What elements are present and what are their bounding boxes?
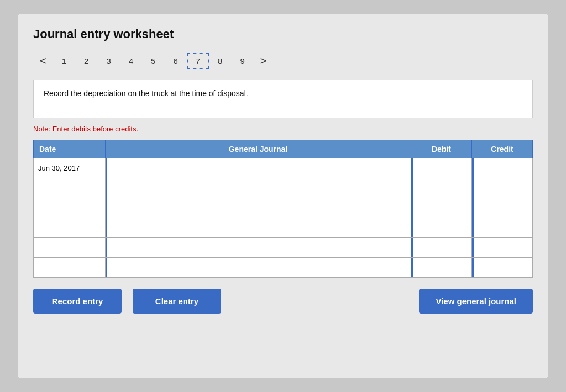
journal-input[interactable] <box>106 258 411 277</box>
credit-input[interactable] <box>472 158 532 178</box>
debit-input[interactable] <box>411 258 471 277</box>
page-6[interactable]: 6 <box>164 53 186 69</box>
debit-input[interactable] <box>411 238 471 257</box>
credit-input[interactable] <box>472 178 532 198</box>
debit-input[interactable] <box>411 178 471 198</box>
table-row <box>34 218 533 238</box>
credit-cell[interactable] <box>472 258 533 278</box>
view-general-journal-button[interactable]: View general journal <box>419 289 533 314</box>
page-title: Journal entry worksheet <box>33 27 533 41</box>
credit-input[interactable] <box>472 218 532 237</box>
journal-cell[interactable] <box>106 258 411 278</box>
debit-cell[interactable] <box>411 198 472 218</box>
table-row <box>34 258 533 278</box>
worksheet-container: Journal entry worksheet < 1 2 3 4 5 6 7 … <box>18 14 548 378</box>
journal-cell[interactable] <box>106 158 411 178</box>
page-2[interactable]: 2 <box>75 53 97 69</box>
journal-input[interactable] <box>106 238 411 257</box>
debit-cell[interactable] <box>411 178 472 198</box>
debit-cell[interactable] <box>411 258 472 278</box>
credit-cell[interactable] <box>472 198 533 218</box>
journal-cell[interactable] <box>106 198 411 218</box>
page-4[interactable]: 4 <box>120 53 142 69</box>
debit-cell[interactable] <box>411 158 472 178</box>
date-cell <box>34 218 106 238</box>
credit-cell[interactable] <box>472 178 533 198</box>
page-7[interactable]: 7 <box>187 53 209 69</box>
journal-input[interactable] <box>106 178 411 198</box>
prev-page-button[interactable]: < <box>33 51 53 71</box>
debit-input[interactable] <box>411 158 471 178</box>
header-date: Date <box>34 140 106 158</box>
table-row <box>34 198 533 218</box>
credit-input[interactable] <box>472 198 532 218</box>
debit-cell[interactable] <box>411 238 472 258</box>
header-debit: Debit <box>411 140 472 158</box>
credit-cell[interactable] <box>472 158 533 178</box>
credit-input[interactable] <box>472 238 532 257</box>
date-cell <box>34 258 106 278</box>
page-3[interactable]: 3 <box>97 53 119 69</box>
clear-entry-button[interactable]: Clear entry <box>133 289 221 314</box>
buttons-row: Record entry Clear entry View general jo… <box>33 289 533 314</box>
credit-input[interactable] <box>472 258 532 277</box>
page-8[interactable]: 8 <box>209 53 231 69</box>
journal-input[interactable] <box>106 198 411 218</box>
date-cell <box>34 178 106 198</box>
table-row <box>34 178 533 198</box>
table-row: Jun 30, 2017 <box>34 158 533 178</box>
journal-cell[interactable] <box>106 178 411 198</box>
pagination: < 1 2 3 4 5 6 7 8 9 > <box>33 51 533 71</box>
page-1[interactable]: 1 <box>53 53 75 69</box>
header-general-journal: General Journal <box>106 140 411 158</box>
instruction-text: Record the depreciation on the truck at … <box>44 89 248 98</box>
date-cell: Jun 30, 2017 <box>34 158 106 178</box>
journal-cell[interactable] <box>106 218 411 238</box>
journal-input[interactable] <box>106 158 411 178</box>
journal-cell[interactable] <box>106 238 411 258</box>
date-cell <box>34 238 106 258</box>
page-9[interactable]: 9 <box>231 53 253 69</box>
date-cell <box>34 198 106 218</box>
journal-table: Date General Journal Debit Credit Jun 30… <box>33 140 533 278</box>
header-credit: Credit <box>472 140 533 158</box>
instruction-box: Record the depreciation on the truck at … <box>33 80 533 118</box>
next-page-button[interactable]: > <box>254 51 274 71</box>
debit-cell[interactable] <box>411 218 472 238</box>
journal-input[interactable] <box>106 218 411 237</box>
credit-cell[interactable] <box>472 238 533 258</box>
record-entry-button[interactable]: Record entry <box>33 289 122 314</box>
debit-input[interactable] <box>411 218 471 237</box>
table-row <box>34 238 533 258</box>
credit-cell[interactable] <box>472 218 533 238</box>
note-text: Note: Enter debits before credits. <box>33 125 533 133</box>
debit-input[interactable] <box>411 198 471 218</box>
page-5[interactable]: 5 <box>142 53 164 69</box>
